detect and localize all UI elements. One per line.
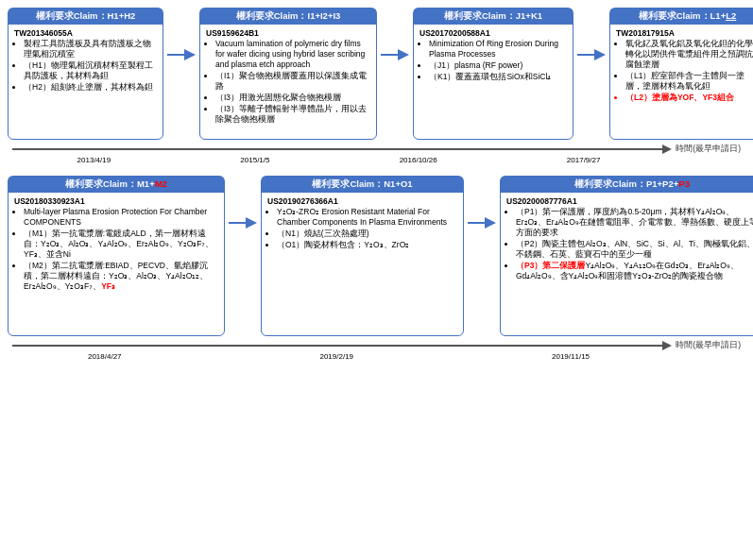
arrow-n-to-p (464, 176, 500, 232)
main-container: 權利要求Claim：H1+H2 TW201346055A 製程工具防護板及具有防… (0, 0, 753, 560)
arrow-j-to-l (573, 8, 609, 64)
row2-tl-arrow (662, 341, 672, 350)
row2-tl-line (12, 345, 662, 347)
list-item: （I3）用激光固態化聚合物抱模層 (215, 93, 370, 103)
card-h-patent: TW201346055A (14, 28, 157, 39)
card-m-title: 權利要求Claim：M1+M2 (9, 177, 224, 193)
card-p-wrap: 權利要求Claim：P1+P2+P3 US20200087776A1 （P1）第… (500, 176, 753, 336)
date-mark-j: 2016/10/26 (400, 156, 437, 164)
card-l-title: 權利要求Claim：L1+L2 (610, 8, 753, 25)
list-item: （I1）聚合物抱模層覆蓋用以保護集成電路 (215, 71, 370, 92)
list-item: （P1）第一保護層，厚度約為0.5-20μm，其材料Y₄Al₂O₉、Er₂O₃、… (516, 207, 753, 238)
list-item: （P3）第二保護層Y₄Al₂O₉、Y₄A₁₂O₉在Gd₂O₃、Er₄Al₂O₉、… (516, 261, 753, 281)
arrow-i-to-j (377, 8, 413, 64)
list-item: Vacuum lamination of polymeric dry films… (215, 39, 370, 70)
card-j: 權利要求Claim：J1+K1 US20170200588A1 Minimiza… (413, 8, 573, 140)
card-l-patent: TW201817915A (616, 28, 753, 39)
card-l: 權利要求Claim：L1+L2 TW201817915A 氧化釔及氧化鋁及氧化化… (609, 8, 753, 140)
card-i-body: US9159624B1 Vacuum lamination of polymer… (206, 28, 370, 125)
card-n-list: Y₂O₃-ZRO₂ Erosion Resistant Material For… (267, 207, 457, 250)
row1-wrapper: 權利要求Claim：H1+H2 TW201346055A 製程工具防護板及具有防… (8, 8, 745, 164)
row1-date-marks: 2013/4/19 2015/1/5 2016/10/26 2017/9/27 (12, 156, 741, 164)
card-m-list: Multi-layer Plasma Erosion Protection Fo… (14, 207, 218, 292)
row1-cards: 權利要求Claim：H1+H2 TW201346055A 製程工具防護板及具有防… (8, 8, 753, 140)
card-j-patent: US20170200588A1 (419, 28, 567, 39)
card-j-body: US20170200588A1 Minimization Of Ring Ero… (419, 28, 567, 82)
card-n-body: US20190276366A1 Y₂O₃-ZRO₂ Erosion Resist… (267, 196, 457, 250)
row2-timeline: 時間(最早申請日) 2018/4/27 2019/2/19 2019/11/15 (8, 340, 745, 361)
date-mark-p: 2019/11/15 (552, 352, 590, 361)
card-n-patent: US20190276366A1 (267, 196, 457, 207)
date-mark-m: 2018/4/27 (88, 352, 122, 361)
row2-date-marks: 2018/4/27 2019/2/19 2019/11/15 (12, 352, 741, 361)
row2-time-label: 時間(最早申請日) (676, 340, 741, 351)
list-item: （L2）塗層為YOF、YF3組合 (625, 93, 753, 103)
date-mark-n: 2019/2/19 (319, 352, 353, 361)
list-item: （P2）陶瓷主體包Al₂O₃、AlN、SiC、Si、Al、Ti、陶極氧化鋁、不銹… (516, 239, 753, 260)
card-m-body: US20180330923A1 Multi-layer Plasma Erosi… (14, 196, 218, 292)
list-item: （J1）plasma (RF power) (429, 60, 567, 71)
list-item: Minimization Of Ring Erosion During Plas… (429, 39, 567, 59)
card-i: 權利要求Claim：I1+I2+I3 US9159624B1 Vacuum la… (199, 8, 377, 140)
arrow-m-to-n (225, 176, 261, 232)
date-mark-i: 2015/1/5 (240, 156, 269, 164)
card-j-wrap: 權利要求Claim：J1+K1 US20170200588A1 Minimiza… (413, 8, 573, 140)
card-n-wrap: 權利要求Claim：N1+O1 US20190276366A1 Y₂O₃-ZRO… (261, 176, 464, 336)
list-item: （M1）第一抗電漿層:電鍍成ALD，第一層材料遠自：Y₂O₃、Al₂O₃、Y₄A… (24, 229, 218, 260)
date-mark-h: 2013/4/19 (77, 156, 111, 164)
list-item: （H2）組刻終止塗層，其材料為鉭 (24, 82, 157, 93)
card-l-body: TW201817915A 氧化釔及氧化鋁及氧化化鉭的化學轉化以閉供件電漿組件用之… (616, 28, 753, 103)
card-n: 權利要求Claim：N1+O1 US20190276366A1 Y₂O₃-ZRO… (261, 176, 464, 336)
card-h-title: 權利要求Claim：H1+H2 (9, 8, 163, 25)
card-m-patent: US20180330923A1 (14, 196, 218, 207)
list-item: （K1）覆蓋蓋環包括SiOx和SiCl₄ (429, 72, 567, 82)
row1-timeline: 時間(最早申請日) 2013/4/19 2015/1/5 2016/10/26 … (8, 144, 745, 164)
row2-wrapper: 權利要求Claim：M1+M2 US20180330923A1 Multi-la… (8, 176, 745, 361)
card-n-title: 權利要求Claim：N1+O1 (262, 177, 463, 193)
list-item: （L1）腔室部件含一主體與一塗層，塗層材料為氧化鉭 (625, 71, 753, 92)
row1-tl-line-container: 時間(最早申請日) (12, 144, 741, 155)
card-h-body: TW201346055A 製程工具防護板及具有防護板之物理氣相沉積室 （H1）物… (14, 28, 157, 93)
list-item: （H1）物理氣相沉積材料至製程工具防護板，其材料為鉭 (24, 60, 157, 81)
card-l-list: 氧化釔及氧化鋁及氧化化鉭的化學轉化以閉供件電漿組件用之預調抗腐蝕塗層 （L1）腔… (616, 39, 753, 103)
row1-tl-line (12, 148, 662, 150)
list-item: Y₂O₃-ZRO₂ Erosion Resistant Material For… (277, 207, 457, 228)
card-l-wrap: 權利要求Claim：L1+L2 TW201817915A 氧化釔及氧化鋁及氧化化… (609, 8, 753, 140)
row1-tl-arrow (662, 144, 672, 154)
card-i-patent: US9159624B1 (206, 28, 370, 39)
list-item: Multi-layer Plasma Erosion Protection Fo… (24, 207, 218, 228)
card-p-title: 權利要求Claim：P1+P2+P3 (501, 177, 753, 193)
card-h-list: 製程工具防護板及具有防護板之物理氣相沉積室 （H1）物理氣相沉積材料至製程工具防… (14, 39, 157, 93)
card-i-wrap: 權利要求Claim：I1+I2+I3 US9159624B1 Vacuum la… (199, 8, 377, 140)
card-m: 權利要求Claim：M1+M2 US20180330923A1 Multi-la… (8, 176, 225, 336)
card-i-list: Vacuum lamination of polymeric dry films… (206, 39, 370, 125)
card-h-wrap: 權利要求Claim：H1+H2 TW201346055A 製程工具防護板及具有防… (8, 8, 163, 140)
list-item: （M2）第二抗電漿層:EBIAD、PECVD、氫焰膠沉積，第二層材料遠自：Y₂O… (24, 261, 218, 292)
date-mark-l: 2017/9/27 (567, 156, 601, 164)
row2-cards: 權利要求Claim：M1+M2 US20180330923A1 Multi-la… (8, 176, 753, 336)
card-p-list: （P1）第一保護層，厚度約為0.5-20μm，其材料Y₄Al₂O₉、Er₂O₃、… (506, 207, 753, 281)
list-item: （O1）陶瓷材料包含：Y₂O₃、ZrO₂ (277, 240, 457, 250)
list-item: （N1）燒結(三次熱處理) (277, 229, 457, 239)
card-p-patent: US20200087776A1 (506, 196, 753, 207)
card-p: 權利要求Claim：P1+P2+P3 US20200087776A1 （P1）第… (500, 176, 753, 336)
row2-tl-line-container: 時間(最早申請日) (12, 340, 741, 351)
card-m-wrap: 權利要求Claim：M1+M2 US20180330923A1 Multi-la… (8, 176, 225, 336)
card-j-title: 權利要求Claim：J1+K1 (414, 8, 573, 25)
list-item: （I3）等離子體輻射半導體晶片，用以去除聚合物抱模層 (215, 104, 370, 125)
arrow-h-to-i (163, 8, 199, 64)
card-i-title: 權利要求Claim：I1+I2+I3 (200, 8, 376, 25)
card-j-list: Minimization Of Ring Erosion During Plas… (419, 39, 567, 82)
row1-time-label: 時間(最早申請日) (676, 144, 741, 155)
list-item: 製程工具防護板及具有防護板之物理氣相沉積室 (24, 39, 157, 59)
card-p-body: US20200087776A1 （P1）第一保護層，厚度約為0.5-20μm，其… (506, 196, 753, 281)
list-item: 氧化釔及氧化鋁及氧化化鉭的化學轉化以閉供件電漿組件用之預調抗腐蝕塗層 (625, 39, 753, 70)
card-h: 權利要求Claim：H1+H2 TW201346055A 製程工具防護板及具有防… (8, 8, 163, 140)
